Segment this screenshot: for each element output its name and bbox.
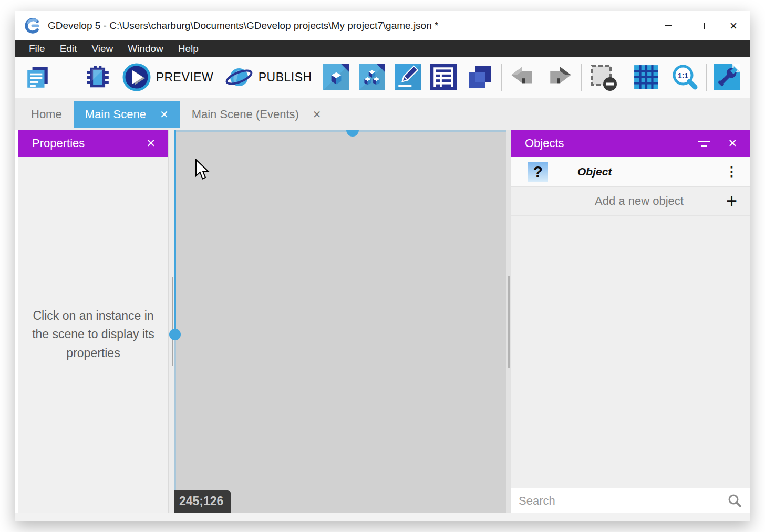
edit-objects-button[interactable] (355, 61, 389, 93)
publish-label: PUBLISH (259, 70, 312, 85)
project-manager-button[interactable] (20, 61, 55, 93)
clear-selection-button[interactable] (585, 60, 622, 95)
object-list-item[interactable]: ? Object ⋮ (511, 157, 750, 187)
maximize-button[interactable] (685, 11, 717, 40)
minimize-button[interactable] (652, 11, 685, 40)
plus-icon: + (726, 192, 737, 211)
grid-icon (633, 64, 659, 90)
debug-button[interactable] (80, 61, 115, 93)
project-manager-icon (25, 64, 51, 90)
bug-icon (85, 64, 111, 90)
scene-tools-button[interactable] (710, 61, 745, 93)
add-object-row[interactable]: Add a new object + (511, 187, 750, 216)
event-sheet-icon (430, 64, 457, 90)
close-window-button[interactable]: ✕ (717, 11, 750, 40)
grid-button[interactable] (629, 61, 664, 93)
menu-view[interactable]: View (84, 40, 120, 57)
tab-home[interactable]: Home (19, 101, 74, 128)
objects-panel: Objects ✕ ? Object ⋮ Add a new object + (511, 130, 750, 513)
redo-button[interactable] (543, 63, 577, 91)
tab-close-icon[interactable]: ✕ (313, 108, 322, 121)
canvas-vertical-scrollbar[interactable] (506, 130, 511, 513)
search-icon[interactable] (727, 493, 742, 509)
menu-edit[interactable]: Edit (53, 40, 85, 57)
add-object-label: Add a new object (524, 194, 726, 208)
menu-bar: File Edit View Window Help (15, 40, 750, 57)
left-splitter[interactable] (169, 130, 174, 513)
tab-bar: Home Main Scene ✕ Main Scene (Events) ✕ (15, 98, 750, 130)
close-icon: ✕ (729, 20, 738, 32)
tab-close-icon[interactable]: ✕ (160, 108, 169, 121)
resize-handle-left[interactable] (169, 329, 181, 340)
scene-canvas[interactable]: 245;126 (174, 130, 506, 513)
menu-window[interactable]: Window (120, 40, 171, 57)
mouse-cursor-icon (195, 159, 210, 181)
menu-file[interactable]: File (22, 40, 53, 57)
canvas-scrollbar-thumb[interactable] (508, 276, 510, 368)
window-bottom-edge (15, 513, 750, 521)
pencil-icon (395, 64, 421, 90)
objects-empty-area (511, 216, 750, 488)
scene-border-left (174, 130, 176, 335)
preview-label: PREVIEW (156, 70, 214, 85)
gdevelop-logo-icon (24, 17, 42, 35)
cubes-icon (359, 64, 385, 90)
properties-panel: Properties ✕ Click on an instance in the… (18, 130, 169, 513)
scene-border-top (174, 130, 506, 132)
close-objects-button[interactable]: ✕ (725, 135, 740, 152)
undo-icon (509, 66, 535, 88)
cursor-coordinates-badge: 245;126 (174, 490, 231, 513)
deselect-icon (589, 63, 617, 91)
tab-main-scene[interactable]: Main Scene ✕ (74, 101, 180, 128)
search-input[interactable] (519, 494, 727, 508)
properties-panel-title: Properties (32, 137, 85, 150)
app-window: GDevelop 5 - C:\Users\charburg\Documents… (15, 11, 750, 521)
layers-button[interactable] (462, 60, 498, 94)
close-properties-button[interactable]: ✕ (143, 135, 159, 152)
wrench-icon (714, 64, 740, 90)
zoom-ratio-label: 1:1 (677, 71, 688, 80)
cube-icon (323, 64, 349, 90)
left-scrollbar-thumb[interactable] (172, 277, 173, 366)
play-icon (122, 63, 151, 91)
object-menu-icon[interactable]: ⋮ (725, 165, 738, 178)
objects-panel-title: Objects (525, 137, 564, 150)
undo-button[interactable] (505, 63, 540, 91)
layers-icon (466, 64, 493, 91)
edit-properties-button[interactable] (390, 61, 425, 93)
window-title: GDevelop 5 - C:\Users\charburg\Documents… (48, 20, 438, 32)
objects-search-bar (511, 488, 750, 513)
maximize-icon (698, 23, 705, 29)
properties-empty-message: Click on an instance in the scene to dis… (27, 307, 160, 363)
workspace: Properties ✕ Click on an instance in the… (15, 130, 750, 513)
title-bar: GDevelop 5 - C:\Users\charburg\Documents… (15, 11, 750, 40)
menu-help[interactable]: Help (171, 40, 206, 57)
scene-border-left-lower (174, 335, 176, 513)
filter-icon[interactable] (697, 139, 711, 149)
tab-main-scene-events[interactable]: Main Scene (Events) ✕ (180, 101, 333, 128)
object-thumbnail-icon: ? (528, 162, 548, 182)
edit-scene-button[interactable] (319, 61, 354, 93)
toolbar: PREVIEW PUBLISH (15, 57, 750, 98)
objects-panel-header: Objects ✕ (511, 130, 750, 157)
edit-events-button[interactable] (426, 61, 461, 93)
zoom-original-button[interactable]: 1:1 (667, 60, 702, 94)
globe-icon (225, 63, 253, 91)
redo-icon (547, 66, 573, 88)
zoom-1-1-icon: 1:1 (671, 64, 698, 91)
resize-handle-top[interactable] (346, 130, 359, 137)
properties-panel-header: Properties ✕ (18, 130, 168, 157)
minimize-icon (665, 25, 672, 26)
preview-button[interactable]: PREVIEW (118, 60, 218, 95)
publish-button[interactable]: PUBLISH (221, 60, 316, 95)
object-name: Object (577, 165, 612, 178)
